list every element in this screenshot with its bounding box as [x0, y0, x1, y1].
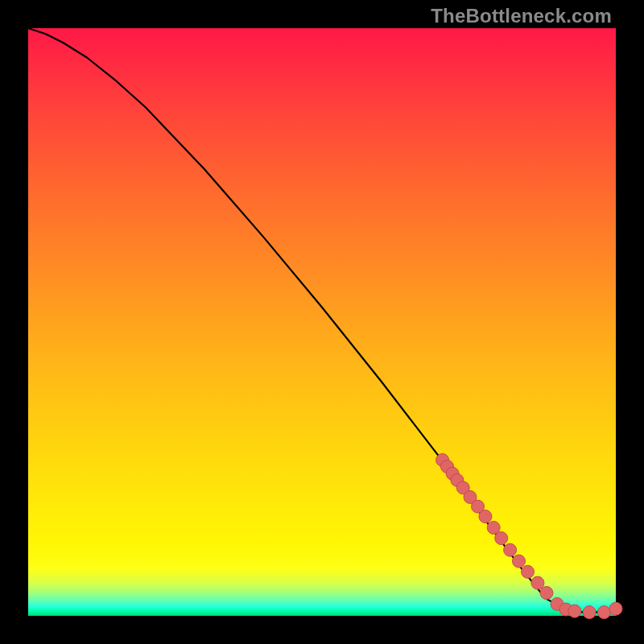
data-marker — [609, 602, 622, 615]
data-marker — [513, 555, 526, 568]
bottleneck-curve — [28, 28, 616, 613]
data-marker — [531, 576, 544, 589]
chart-overlay — [28, 28, 616, 616]
data-marker — [568, 605, 581, 617]
data-marker — [540, 587, 553, 600]
data-marker — [583, 606, 596, 619]
chart-frame: TheBottleneck.com — [0, 0, 644, 644]
data-markers-group — [436, 454, 622, 619]
data-marker — [504, 543, 517, 556]
data-marker — [495, 532, 508, 545]
watermark-text: TheBottleneck.com — [431, 5, 612, 27]
data-marker — [597, 606, 610, 619]
data-marker — [522, 565, 535, 578]
data-marker — [479, 510, 492, 523]
